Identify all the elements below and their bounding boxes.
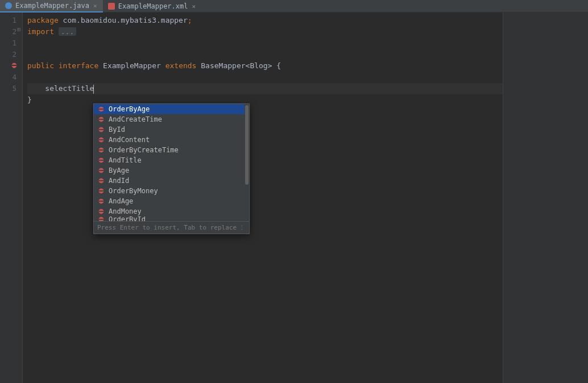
autocomplete-label: AndContent	[109, 134, 150, 145]
autocomplete-item[interactable]: OrderByMoney	[94, 186, 249, 196]
tab-label: ExampleMapper.java	[15, 2, 89, 10]
autocomplete-label: OrderByMoney	[109, 185, 158, 197]
svg-rect-13	[99, 160, 104, 161]
bug-icon	[97, 197, 105, 205]
bug-icon	[97, 207, 105, 215]
code-line: public interface ExampleMapper extends B…	[27, 60, 583, 72]
bug-icon	[97, 166, 105, 174]
bug-icon	[97, 146, 105, 154]
autocomplete-scrollbar[interactable]	[245, 104, 249, 221]
autocomplete-item[interactable]: OrderByCreateTime	[94, 145, 249, 155]
bug-icon	[97, 105, 105, 113]
java-file-icon	[5, 2, 13, 10]
editor-tabs: ExampleMapper.java × ExampleMapper.xml ×	[0, 0, 588, 13]
svg-rect-23	[99, 211, 104, 212]
autocomplete-label: ById	[109, 124, 125, 135]
autocomplete-list[interactable]: OrderByAge AndCreateTime ById AndContent…	[94, 104, 249, 221]
autocomplete-label: AndTitle	[109, 155, 142, 166]
svg-rect-5	[99, 119, 104, 120]
code-line	[27, 72, 583, 83]
line-number: 4	[0, 72, 16, 83]
autocomplete-popup: OrderByAge AndCreateTime ById AndContent…	[93, 103, 250, 234]
scrollbar-thumb[interactable]	[245, 105, 249, 185]
fold-icon[interactable]: ⊞	[17, 24, 20, 35]
editor-right-panel	[503, 13, 588, 383]
svg-rect-25	[99, 219, 104, 220]
code-line: import ...	[27, 26, 583, 38]
code-line-active: selectTitle	[27, 83, 583, 94]
autocomplete-item[interactable]: AndId	[94, 176, 249, 186]
autocomplete-label: AndAge	[109, 195, 133, 207]
line-number: 5	[0, 83, 16, 94]
autocomplete-label: OrderByCreateTime	[109, 144, 179, 156]
close-icon[interactable]: ×	[92, 2, 98, 10]
code-line	[27, 38, 583, 49]
autocomplete-item[interactable]: AndCreateTime	[94, 114, 249, 124]
bug-icon	[97, 217, 105, 221]
line-number: 2	[0, 49, 16, 60]
bug-icon	[97, 115, 105, 123]
svg-rect-17	[99, 180, 104, 181]
autocomplete-label: AndCreateTime	[109, 114, 162, 125]
bug-icon	[97, 136, 105, 144]
svg-rect-11	[99, 149, 104, 151]
autocomplete-label: AndId	[109, 175, 129, 186]
more-actions-icon[interactable]: ⋮	[239, 222, 246, 234]
bug-icon	[97, 177, 105, 185]
line-number: 1	[0, 38, 16, 49]
autocomplete-hint: Press Enter to insert, Tab to replace	[97, 222, 237, 234]
autocomplete-item[interactable]: AndAge	[94, 196, 249, 206]
code-line: package com.baomidou.mybatis3.mapper;	[27, 15, 583, 26]
autocomplete-item[interactable]: AndMoney	[94, 206, 249, 217]
autocomplete-item[interactable]: OrderByAge	[94, 104, 249, 114]
autocomplete-item[interactable]: ByAge	[94, 165, 249, 176]
svg-rect-21	[99, 201, 104, 202]
line-number: 2	[0, 26, 16, 38]
autocomplete-item[interactable]: AndTitle	[94, 155, 249, 165]
code-line	[27, 49, 583, 60]
text-caret	[93, 85, 94, 94]
bug-icon	[97, 126, 105, 134]
bug-gutter-icon[interactable]	[10, 61, 18, 69]
svg-rect-15	[99, 170, 104, 171]
bug-icon	[97, 187, 105, 195]
tab-example-mapper-java[interactable]: ExampleMapper.java ×	[0, 0, 103, 13]
autocomplete-label: OrderById	[109, 217, 146, 221]
autocomplete-item[interactable]: OrderById	[94, 217, 249, 221]
svg-rect-19	[99, 190, 104, 192]
close-icon[interactable]: ×	[191, 3, 197, 10]
tab-example-mapper-xml[interactable]: ExampleMapper.xml ×	[103, 0, 201, 13]
xml-file-icon	[107, 2, 115, 10]
autocomplete-label: ByAge	[109, 165, 129, 176]
editor-container: 1 2 1 2 3 4 5 ⊞ package com.baomidou.myb…	[0, 13, 588, 383]
svg-rect-9	[99, 139, 104, 140]
autocomplete-item[interactable]: ById	[94, 124, 249, 135]
line-number: 1	[0, 15, 16, 26]
svg-rect-7	[99, 129, 104, 130]
svg-rect-3	[99, 109, 104, 110]
autocomplete-footer: Press Enter to insert, Tab to replace ⋮	[94, 221, 249, 234]
autocomplete-label: AndMoney	[109, 206, 142, 217]
svg-rect-1	[12, 65, 17, 66]
gutter: 1 2 1 2 3 4 5 ⊞	[0, 13, 23, 383]
tab-label: ExampleMapper.xml	[118, 2, 188, 10]
autocomplete-item[interactable]: AndContent	[94, 135, 249, 145]
bug-icon	[97, 156, 105, 164]
